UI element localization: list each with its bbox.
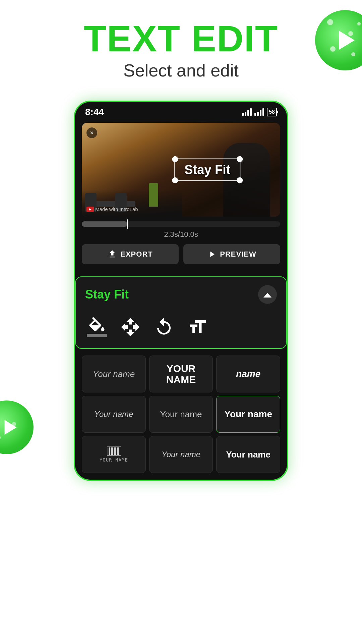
fill-tool-button[interactable]: [85, 315, 109, 339]
signal-icon-2: [254, 108, 264, 116]
status-bar: 8:44: [75, 102, 287, 119]
text-overlay[interactable]: Stay Fit: [174, 159, 240, 181]
action-buttons: EXPORT PREVIEW: [82, 244, 280, 270]
fill-icon: [87, 317, 107, 337]
font-tool-button[interactable]: [186, 315, 209, 339]
handle-bl[interactable]: [172, 177, 178, 183]
battery-icon: 58: [267, 108, 277, 116]
play-icon-small: [5, 420, 17, 435]
timeline-time: 2.3s/10.0s: [82, 230, 280, 239]
phone-mockup: 8:44: [74, 101, 288, 481]
font-style-8[interactable]: Your name: [149, 436, 213, 473]
font-label-2: YOURNAME: [166, 363, 196, 385]
font-style-3[interactable]: name: [216, 356, 280, 392]
font-label-6: Your name: [224, 409, 272, 420]
close-button[interactable]: ×: [86, 127, 97, 138]
font-style-5[interactable]: Your name: [149, 396, 213, 433]
signal-icon-1: [242, 108, 252, 116]
font-style-6[interactable]: Your name: [216, 396, 280, 433]
reset-tool-button[interactable]: [152, 315, 176, 339]
move-icon: [120, 317, 140, 337]
page-subtitle: Select and edit: [13, 60, 349, 80]
edit-panel: Stay Fit: [75, 276, 287, 349]
gym-scene: Stay Fit × Made with IntroLab: [82, 123, 280, 217]
watermark-text: Made with IntroLab: [95, 206, 138, 212]
font-label-1: Your name: [93, 369, 135, 379]
phone-frame: 8:44: [74, 101, 288, 481]
font-style-4[interactable]: Your name: [82, 396, 146, 433]
header: TEXT EDIT Select and edit: [0, 0, 362, 87]
page-title: TEXT EDIT: [13, 20, 349, 57]
font-label-5: Your name: [160, 409, 202, 420]
font-label-8: Your name: [162, 450, 200, 459]
move-tool-button[interactable]: [119, 315, 142, 339]
font-label-4: Your name: [94, 410, 133, 419]
timeline[interactable]: [82, 221, 280, 227]
video-area: Stay Fit × Made with IntroLab: [75, 119, 287, 276]
watermark-icon: [86, 207, 94, 212]
video-thumbnail[interactable]: Stay Fit × Made with IntroLab: [82, 123, 280, 217]
edit-panel-title: Stay Fit: [85, 287, 129, 302]
font-label-3: name: [236, 369, 260, 379]
font-style-9[interactable]: Your name: [216, 436, 280, 473]
decorative-ball-bottom: [0, 400, 34, 454]
collapse-button[interactable]: [258, 285, 277, 304]
export-icon: [108, 250, 117, 259]
play-icon: [339, 31, 355, 50]
preview-play-icon: [207, 250, 217, 259]
timeline-cursor[interactable]: [127, 219, 128, 229]
font-label-7-text: YOUR NAME: [100, 457, 128, 463]
export-button[interactable]: EXPORT: [82, 244, 179, 264]
font-label-9: Your name: [226, 449, 270, 460]
timeline-fill: [82, 221, 127, 227]
font-icon: [187, 317, 207, 337]
watermark: Made with IntroLab: [86, 206, 138, 212]
fonts-panel: Your name YOURNAME name Your name Your n…: [75, 349, 287, 480]
font-style-7[interactable]: YOUR NAME: [82, 436, 146, 473]
status-icons: 58: [242, 108, 277, 116]
fonts-grid: Your name YOURNAME name Your name Your n…: [82, 356, 280, 473]
edit-panel-header: Stay Fit: [76, 277, 286, 312]
preview-button[interactable]: PREVIEW: [183, 244, 280, 264]
handle-tl[interactable]: [172, 156, 178, 162]
tool-icons-row: [76, 312, 286, 348]
status-time: 8:44: [85, 107, 104, 117]
reset-icon: [154, 317, 174, 337]
font-style-1[interactable]: Your name: [82, 356, 146, 392]
overlay-text-label: Stay Fit: [184, 163, 230, 177]
chevron-up-icon: [263, 293, 272, 298]
font-style-2[interactable]: YOURNAME: [149, 356, 213, 392]
